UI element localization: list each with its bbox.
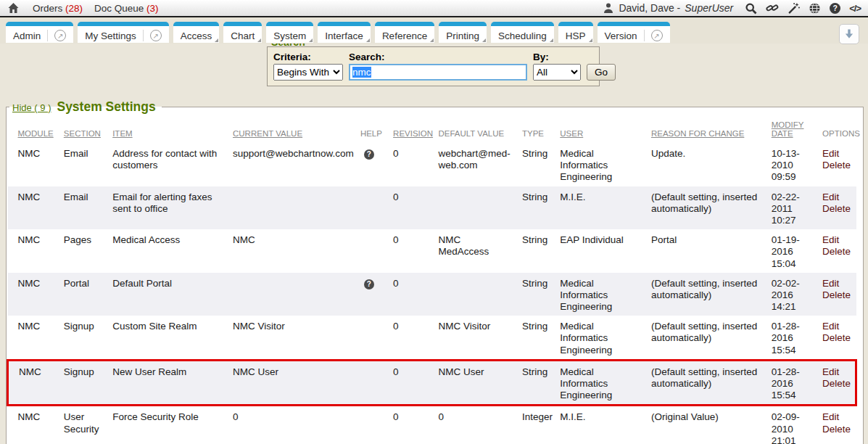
tab-printing[interactable]: Printing — [439, 22, 487, 43]
home-icon[interactable] — [7, 2, 20, 14]
cell-user: M.I.E. — [550, 406, 641, 444]
cell-section: Pages — [54, 229, 102, 273]
edit-link[interactable]: Edit — [822, 148, 853, 160]
edit-link[interactable]: Edit — [822, 278, 853, 289]
tab-admin[interactable]: Admin ↗ — [6, 22, 73, 43]
cell-module: NMC — [8, 143, 54, 186]
table-row: NMCSignupCustom Site RealmNMC Visitor0NM… — [8, 316, 856, 360]
cell-item: Custom Site Realm — [102, 316, 223, 360]
cell-modify-date: 01-28-2016 15:54 — [761, 316, 812, 360]
cell-default-value — [428, 186, 512, 230]
search-label: Search: — [349, 52, 527, 62]
delete-link[interactable]: Delete — [822, 378, 852, 390]
column-header-current-value[interactable]: CURRENT VALUE — [223, 116, 350, 143]
table-header-row: MODULESECTIONITEMCURRENT VALUEHELPREVISI… — [8, 116, 856, 143]
tab-divider — [644, 30, 645, 41]
edit-link[interactable]: Edit — [822, 366, 852, 378]
delete-link[interactable]: Delete — [822, 160, 853, 171]
cell-help: ? — [350, 143, 383, 186]
column-header-section[interactable]: SECTION — [54, 116, 102, 143]
table-row: NMCPagesMedical AccessNMC0NMC MedAccessS… — [8, 229, 856, 273]
tab-label: Scheduling — [498, 30, 547, 41]
cell-type: String — [512, 229, 550, 273]
edit-link[interactable]: Edit — [822, 321, 853, 332]
tab-access[interactable]: Access — [173, 22, 220, 43]
user-role: SuperUser — [685, 2, 733, 14]
orders-link[interactable]: Orders (28) — [33, 3, 83, 14]
cell-user: Medical Informatics Engineering — [550, 143, 641, 186]
collapse-panel-button[interactable] — [839, 24, 859, 44]
edit-link[interactable]: Edit — [822, 234, 853, 246]
tab-hsp[interactable]: HSP — [558, 22, 593, 43]
column-header-modify-date[interactable]: MODIFY DATE — [761, 116, 812, 143]
current-user[interactable]: David, Dave - SuperUser — [603, 2, 733, 14]
tab-scheduling[interactable]: Scheduling — [491, 22, 554, 43]
tab-my-settings[interactable]: My Settings ↗ — [78, 22, 169, 43]
tab-reference[interactable]: Reference — [375, 22, 434, 43]
globe-icon[interactable] — [809, 2, 821, 15]
column-header-help: HELP — [350, 116, 383, 143]
system-settings-section: Hide ( 9 ) System Settings MODULESECTION… — [6, 99, 864, 444]
go-button[interactable]: Go — [587, 64, 616, 81]
cell-options: EditDelete — [812, 186, 856, 230]
help-icon[interactable]: ? — [364, 279, 374, 289]
column-header-item[interactable]: ITEM — [102, 116, 223, 143]
cell-current-value: NMC — [223, 229, 350, 273]
tab-container: Admin ↗ My Settings ↗ Access Chart Syste… — [6, 22, 670, 43]
cell-help — [350, 229, 383, 273]
edit-link[interactable]: Edit — [822, 411, 853, 423]
cell-reason-for-change: Portal — [641, 229, 761, 273]
external-link-icon: ↗ — [54, 30, 66, 41]
tab-interface[interactable]: Interface — [318, 22, 371, 43]
cell-modify-date: 01-28-2016 15:54 — [761, 360, 812, 406]
column-header-module[interactable]: MODULE — [8, 116, 54, 143]
tab-version[interactable]: Version ↗ — [598, 22, 670, 43]
code-icon[interactable]: </> — [849, 3, 861, 14]
tab-label: Version — [605, 30, 637, 41]
tab-system[interactable]: System — [266, 22, 313, 43]
cell-reason-for-change: (Default setting, inserted automatically… — [641, 186, 761, 230]
hide-link[interactable]: Hide ( 9 ) — [12, 102, 51, 113]
cell-help — [350, 316, 383, 360]
delete-link[interactable]: Delete — [822, 203, 853, 215]
cell-item: Address for contact with customers — [102, 143, 223, 186]
by-select[interactable]: All — [533, 64, 581, 81]
doc-queue-count: (3) — [146, 3, 159, 14]
delete-link[interactable]: Delete — [822, 332, 853, 344]
wand-icon[interactable] — [788, 2, 800, 15]
system-settings-legend: Hide ( 9 ) System Settings — [9, 99, 162, 115]
cell-reason-for-change: Update. — [641, 143, 761, 186]
edit-link[interactable]: Edit — [822, 192, 853, 203]
cell-section: Signup — [54, 316, 102, 360]
help-icon[interactable]: ? — [364, 149, 374, 160]
table-row: NMCEmailEmail for alerting faxes sent to… — [8, 186, 856, 230]
criteria-select[interactable]: Begins With — [273, 64, 343, 81]
column-header-revision[interactable]: REVISION — [383, 116, 428, 143]
delete-link[interactable]: Delete — [822, 289, 853, 301]
search-input[interactable]: nmc — [349, 64, 527, 81]
tab-label: Reference — [382, 30, 427, 41]
cell-modify-date: 02-02-2016 14:21 — [761, 273, 812, 316]
external-link-icon: ↗ — [150, 30, 162, 41]
cell-revision: 0 — [383, 316, 428, 360]
link-icon[interactable] — [766, 2, 779, 14]
cell-type: String — [512, 143, 550, 186]
cell-revision: 0 — [383, 273, 428, 316]
column-header-reason-for-change[interactable]: REASON FOR CHANGE — [641, 116, 761, 143]
cell-modify-date: 01-19-2016 15:04 — [761, 229, 812, 273]
cell-default-value: NMC User — [428, 360, 512, 406]
tab-chart[interactable]: Chart — [223, 22, 262, 43]
column-header-user[interactable]: USER — [550, 116, 641, 143]
column-header-options: OPTIONS — [812, 116, 856, 143]
cell-item: New User Realm — [102, 360, 223, 406]
delete-link[interactable]: Delete — [822, 246, 853, 258]
doc-queue-link[interactable]: Doc Queue (3) — [94, 3, 159, 14]
cell-section: User Security — [54, 406, 102, 444]
delete-link[interactable]: Delete — [822, 424, 853, 435]
cell-type: String — [512, 186, 550, 230]
cell-options: EditDelete — [812, 229, 856, 273]
cell-revision: 0 — [383, 229, 428, 273]
search-icon[interactable] — [745, 2, 757, 15]
cell-current-value: NMC User — [223, 360, 350, 406]
help-circle-icon[interactable]: ? — [830, 3, 840, 14]
